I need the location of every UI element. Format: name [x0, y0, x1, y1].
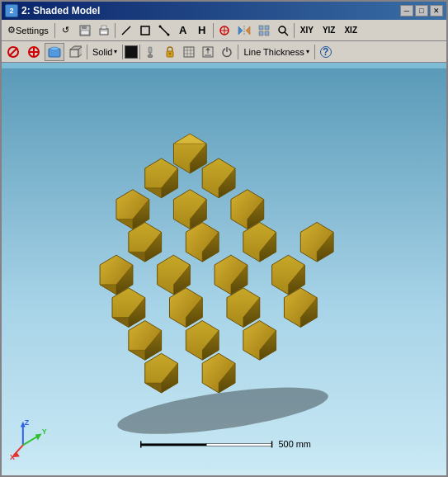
- main-window: 2 2: Shaded Model ─ □ ✕ ⚙ Settings ↺: [0, 0, 448, 477]
- svg-point-10: [167, 33, 169, 35]
- svg-rect-4: [101, 26, 106, 29]
- solid-chevron-icon: ▾: [114, 48, 117, 55]
- svg-point-37: [169, 52, 172, 54]
- text-a-button[interactable]: A: [174, 21, 192, 40]
- svg-rect-20: [265, 31, 269, 35]
- line-thickness-chevron-icon: ▾: [306, 48, 309, 55]
- text-h-button[interactable]: H: [193, 21, 211, 40]
- no-display-button[interactable]: [3, 43, 23, 61]
- mirror-button[interactable]: [234, 21, 254, 40]
- text-h-icon: H: [198, 24, 205, 36]
- svg-rect-2: [81, 31, 89, 35]
- grid-overlay-icon: [183, 46, 195, 58]
- toolbar2-separator-1: [87, 45, 87, 59]
- svg-point-9: [158, 25, 161, 27]
- color-swatch[interactable]: [125, 45, 138, 59]
- minimize-button[interactable]: ─: [400, 5, 413, 17]
- rect-tool-icon: [139, 25, 151, 36]
- refresh-button[interactable]: ↺: [57, 21, 75, 40]
- toolbar2-separator-5: [314, 45, 315, 59]
- line-thickness-button[interactable]: Line Thickness ▾: [240, 43, 312, 61]
- svg-rect-5: [101, 31, 107, 34]
- help-button[interactable]: ?: [317, 43, 335, 61]
- svg-rect-1: [82, 26, 87, 29]
- rect-tool-button[interactable]: [136, 21, 154, 40]
- toolbar2-separator-3: [139, 45, 140, 59]
- help-icon: ?: [320, 46, 332, 58]
- toolbar-separator-4: [294, 23, 295, 38]
- svg-rect-7: [141, 26, 149, 35]
- yiz-button[interactable]: YIZ: [318, 21, 340, 40]
- maximize-button[interactable]: □: [415, 5, 428, 17]
- grid-view-icon: [258, 25, 270, 36]
- svg-rect-114: [141, 443, 206, 446]
- power-button[interactable]: [218, 43, 236, 61]
- line-tool-button[interactable]: [117, 21, 135, 40]
- search-button[interactable]: [274, 21, 292, 40]
- svg-rect-30: [70, 50, 78, 57]
- svg-rect-19: [259, 31, 263, 35]
- settings-icon: ⚙: [7, 25, 16, 35]
- diagonal-tool-button[interactable]: [155, 21, 173, 40]
- no-display-icon: [7, 45, 20, 59]
- svg-text:Z: Z: [25, 418, 30, 427]
- box-view-button[interactable]: [65, 43, 85, 61]
- svg-line-8: [160, 26, 168, 35]
- export-button[interactable]: [199, 43, 217, 61]
- no-display2-button[interactable]: [24, 43, 44, 61]
- save-button[interactable]: [76, 21, 94, 40]
- svg-rect-33: [149, 47, 152, 53]
- toolbar-separator-1: [54, 23, 55, 38]
- toolbar-1: ⚙ Settings ↺ A H: [2, 20, 446, 41]
- print-icon: [98, 25, 110, 36]
- title-bar-left: 2 2: Shaded Model: [5, 4, 100, 17]
- title-bar-controls: ─ □ ✕: [400, 5, 443, 17]
- export-icon: [202, 46, 214, 58]
- svg-point-34: [148, 54, 153, 58]
- settings-button[interactable]: ⚙ Settings: [3, 21, 53, 40]
- solid-dropdown-button[interactable]: Solid ▾: [89, 43, 120, 61]
- toolbar-separator-3: [213, 23, 214, 38]
- snap-icon: [219, 25, 230, 36]
- window-title: 2: Shaded Model: [21, 5, 100, 17]
- view-mode-button[interactable]: [45, 43, 64, 61]
- viewport[interactable]: Z Y X 500 mm: [2, 63, 446, 475]
- svg-rect-35: [149, 52, 151, 54]
- close-button[interactable]: ✕: [430, 5, 443, 17]
- lock-icon: [164, 46, 176, 58]
- box-view-icon: [68, 45, 82, 59]
- svg-point-21: [279, 26, 285, 33]
- svg-line-6: [122, 26, 130, 35]
- diagonal-tool-icon: [158, 25, 170, 36]
- svg-line-22: [285, 32, 288, 35]
- grid-view-button[interactable]: [255, 21, 273, 40]
- print-button[interactable]: [95, 21, 113, 40]
- toolbar2-separator-4: [238, 45, 238, 59]
- svg-text:Y: Y: [42, 427, 47, 436]
- svg-marker-14: [238, 26, 243, 35]
- 3d-scene: Z Y X 500 mm: [2, 63, 446, 475]
- power-icon: [221, 46, 233, 58]
- xiz-button[interactable]: XIZ: [340, 21, 361, 40]
- brush-button[interactable]: [142, 43, 160, 61]
- view-mode-icon: [48, 45, 61, 59]
- svg-rect-17: [259, 26, 263, 30]
- svg-line-24: [9, 48, 17, 56]
- toolbar-2: Solid ▾: [2, 41, 446, 63]
- svg-marker-16: [246, 26, 250, 35]
- xiy-button[interactable]: XIY: [296, 21, 318, 40]
- title-bar: 2 2: Shaded Model ─ □ ✕: [2, 2, 446, 20]
- mirror-icon: [238, 25, 251, 36]
- svg-rect-18: [265, 26, 269, 30]
- svg-text:X: X: [10, 453, 15, 461]
- toolbar2-separator-2: [122, 45, 123, 59]
- text-a-icon: A: [179, 24, 186, 36]
- svg-text:500 mm: 500 mm: [279, 439, 311, 449]
- window-icon: 2: [5, 4, 18, 17]
- svg-rect-38: [184, 47, 194, 57]
- lock-button[interactable]: [161, 43, 179, 61]
- snap-button[interactable]: [215, 21, 233, 40]
- grid-overlay-button[interactable]: [180, 43, 198, 61]
- refresh-icon: ↺: [62, 25, 69, 35]
- no-display2-icon: [27, 45, 40, 59]
